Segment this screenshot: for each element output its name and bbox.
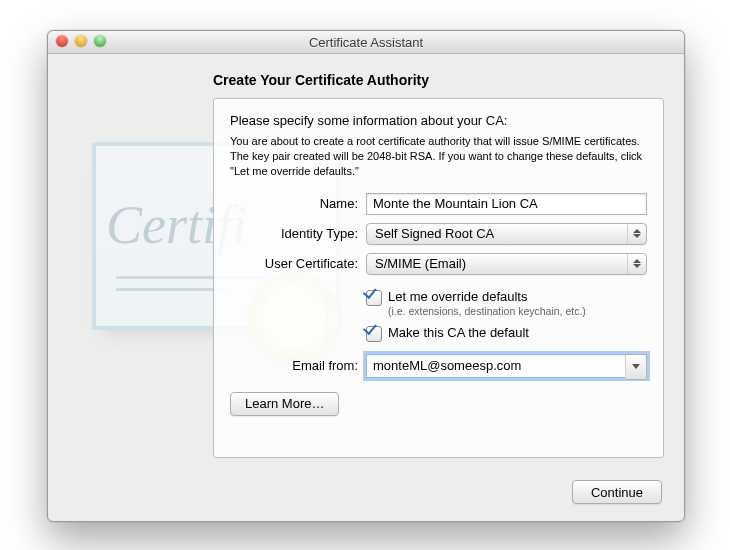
override-defaults-label: Let me override defaults [388, 289, 586, 304]
user-cert-label: User Certificate: [230, 256, 366, 271]
override-defaults-checkbox[interactable] [366, 290, 382, 306]
continue-button[interactable]: Continue [572, 480, 662, 504]
identity-type-value: Self Signed Root CA [375, 226, 494, 241]
window: Certificate Assistant Create Your Certif… [47, 30, 685, 522]
panel-description: You are about to create a root certifica… [230, 134, 647, 179]
identity-type-label: Identity Type: [230, 226, 366, 241]
learn-more-button[interactable]: Learn More… [230, 392, 339, 416]
panel-lead: Please specify some information about yo… [230, 113, 647, 128]
minimize-icon[interactable] [75, 35, 87, 47]
email-from-input[interactable] [366, 354, 647, 378]
chevron-down-icon [632, 364, 640, 369]
make-default-checkbox[interactable] [366, 326, 382, 342]
email-from-dropdown-button[interactable] [625, 354, 647, 380]
learn-more-label: Learn More… [245, 396, 324, 411]
user-cert-value: S/MIME (Email) [375, 256, 466, 271]
traffic-lights [56, 35, 106, 47]
titlebar: Certificate Assistant [48, 31, 684, 54]
continue-label: Continue [591, 485, 643, 500]
form-panel: Please specify some information about yo… [213, 98, 664, 458]
user-cert-popup[interactable]: S/MIME (Email) [366, 253, 647, 275]
close-icon[interactable] [56, 35, 68, 47]
make-default-label: Make this CA the default [388, 325, 529, 340]
name-label: Name: [230, 196, 366, 211]
updown-icon [627, 254, 646, 274]
identity-type-popup[interactable]: Self Signed Root CA [366, 223, 647, 245]
window-title: Certificate Assistant [309, 35, 423, 50]
override-defaults-sublabel: (i.e. extensions, destination keychain, … [388, 305, 586, 317]
email-from-label: Email from: [230, 358, 366, 373]
page-title: Create Your Certificate Authority [213, 72, 429, 88]
updown-icon [627, 224, 646, 244]
window-body: Create Your Certificate Authority Certif… [48, 54, 684, 522]
zoom-icon[interactable] [94, 35, 106, 47]
name-input[interactable] [366, 193, 647, 215]
